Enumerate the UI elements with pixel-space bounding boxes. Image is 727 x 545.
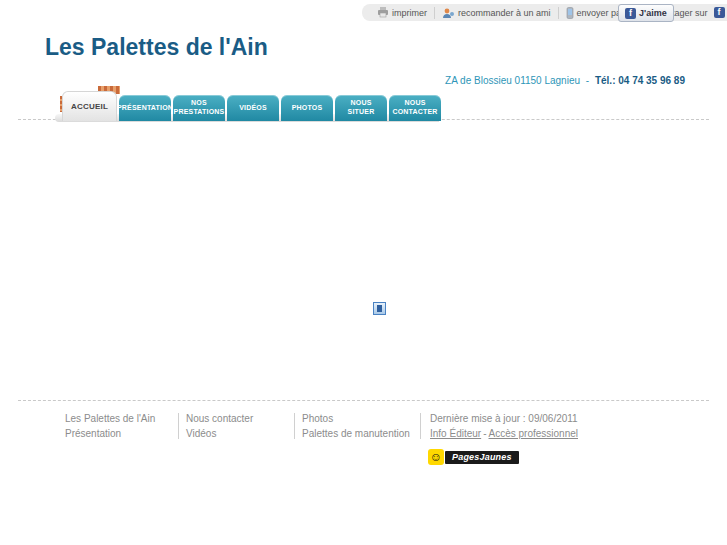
footer-dashed-line (18, 400, 709, 401)
friend-icon (442, 7, 455, 19)
pagesjaunes-smiley-icon: ☺ (428, 449, 444, 465)
footer-link-palettes-manutention[interactable]: Palettes de manutention (302, 428, 420, 439)
info-editeur-link[interactable]: Info Éditeur (430, 428, 481, 439)
tab-nous-situer[interactable]: NOUS SITUER (335, 95, 387, 121)
tab-photos[interactable]: PHOTOS (281, 95, 333, 121)
footer-column-1: Les Palettes de l'Ain Présentation (65, 413, 178, 439)
footer: Les Palettes de l'Ain Présentation Nous … (65, 413, 670, 439)
media-plugin-placeholder-icon[interactable] (373, 302, 386, 315)
tab-nous-contacter[interactable]: NOUS CONTACTER (389, 95, 441, 121)
footer-link-les-palettes[interactable]: Les Palettes de l'Ain (65, 413, 178, 424)
footer-column-2: Nous contacter Vidéos (178, 413, 294, 439)
footer-link-photos[interactable]: Photos (302, 413, 420, 424)
footer-column-3: Photos Palettes de manutention (294, 413, 420, 439)
address-text: ZA de Blossieu 01150 Lagnieu (445, 75, 580, 86)
tab-videos[interactable]: VIDÉOS (227, 95, 279, 121)
recommend-button[interactable]: recommander à un ami (434, 7, 558, 19)
facebook-like-button[interactable]: f J'aime (618, 4, 674, 22)
footer-column-4: Dernière mise à jour : 09/06/2011 Info É… (420, 413, 670, 439)
print-button[interactable]: imprimer (370, 7, 434, 18)
site-title[interactable]: Les Palettes de l'Ain (45, 34, 268, 61)
like-label: J'aime (639, 8, 667, 18)
main-nav: ACCUEIL PRÉSENTATION NOS PRESTATIONS VID… (62, 91, 441, 121)
footer-link-videos[interactable]: Vidéos (186, 428, 294, 439)
footer-link-presentation[interactable]: Présentation (65, 428, 178, 439)
media-plugin-glyph (377, 305, 382, 312)
pagesjaunes-label: PagesJaunes (445, 451, 519, 464)
tab-presentation[interactable]: PRÉSENTATION (119, 95, 171, 121)
facebook-icon: f (625, 8, 636, 19)
footer-link-nous-contacter[interactable]: Nous contacter (186, 413, 294, 424)
facebook-share-icon[interactable]: f (714, 7, 725, 18)
printer-icon (377, 7, 389, 18)
editor-links: Info Éditeur-Accès professionnel (430, 428, 670, 439)
tab-nos-prestations[interactable]: NOS PRESTATIONS (173, 95, 225, 121)
page: imprimer recommander à un ami envoyer pa… (0, 0, 727, 545)
address-line: ZA de Blossieu 01150 Lagnieu - Tél.: 04 … (445, 75, 685, 86)
last-update-text: Dernière mise à jour : 09/06/2011 (430, 413, 670, 424)
print-label: imprimer (392, 8, 427, 18)
pagesjaunes-logo[interactable]: ☺ PagesJaunes (428, 449, 519, 465)
content-area (18, 122, 709, 398)
address-separator: - (583, 75, 592, 86)
editor-links-separator: - (481, 428, 488, 439)
tab-accueil[interactable]: ACCUEIL (62, 91, 117, 121)
phone-number: Tél.: 04 74 35 96 89 (595, 75, 685, 86)
recommend-label: recommander à un ami (458, 8, 551, 18)
phone-icon (566, 7, 574, 19)
acces-professionnel-link[interactable]: Accès professionnel (489, 428, 579, 439)
